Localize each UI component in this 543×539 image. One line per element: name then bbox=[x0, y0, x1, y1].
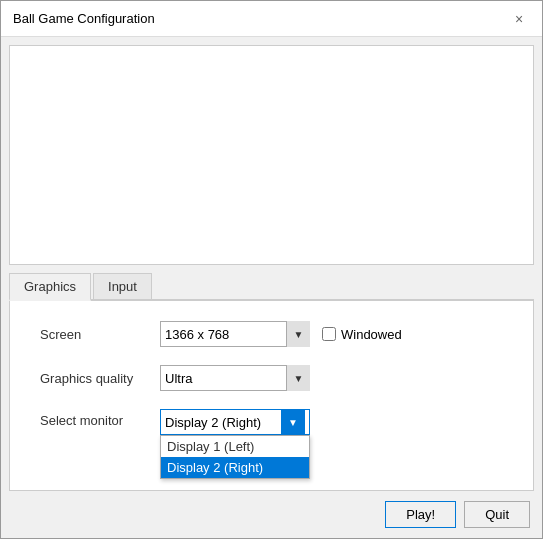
tab-graphics[interactable]: Graphics bbox=[9, 273, 91, 301]
tab-input[interactable]: Input bbox=[93, 273, 152, 299]
windowed-label: Windowed bbox=[341, 327, 402, 342]
windowed-checkbox-wrap[interactable]: Windowed bbox=[322, 327, 402, 342]
monitor-dropdown-wrapper: Display 2 (Right) ▼ Display 1 (Left) Dis… bbox=[160, 409, 310, 435]
screen-label: Screen bbox=[40, 327, 160, 342]
monitor-dropdown-list: Display 1 (Left) Display 2 (Right) bbox=[160, 435, 310, 479]
title-bar: Ball Game Configuration × bbox=[1, 1, 542, 37]
screen-controls: 800 x 600 1024 x 768 1280 x 720 1366 x 7… bbox=[160, 321, 402, 347]
monitor-option-display1[interactable]: Display 1 (Left) bbox=[161, 436, 309, 457]
tabs-container: Graphics Input bbox=[9, 273, 534, 301]
close-button[interactable]: × bbox=[508, 8, 530, 30]
buttons-row: Play! Quit bbox=[1, 491, 542, 538]
windowed-checkbox[interactable] bbox=[322, 327, 336, 341]
quality-label: Graphics quality bbox=[40, 371, 160, 386]
dialog-title: Ball Game Configuration bbox=[13, 11, 155, 26]
dialog: Ball Game Configuration × Graphics Input… bbox=[0, 0, 543, 539]
quit-button[interactable]: Quit bbox=[464, 501, 530, 528]
monitor-selected-text: Display 2 (Right) bbox=[165, 415, 281, 430]
monitor-label: Select monitor bbox=[40, 409, 160, 428]
screen-row: Screen 800 x 600 1024 x 768 1280 x 720 1… bbox=[40, 321, 503, 347]
monitor-option-display2[interactable]: Display 2 (Right) bbox=[161, 457, 309, 478]
monitor-row: Select monitor Display 2 (Right) ▼ Displ… bbox=[40, 409, 503, 435]
quality-row: Graphics quality Low Medium High Ultra ▼ bbox=[40, 365, 503, 391]
tab-content-graphics: Screen 800 x 600 1024 x 768 1280 x 720 1… bbox=[9, 301, 534, 491]
screen-select-wrapper: 800 x 600 1024 x 768 1280 x 720 1366 x 7… bbox=[160, 321, 310, 347]
monitor-dropdown-arrow: ▼ bbox=[281, 410, 305, 434]
monitor-dropdown-selected[interactable]: Display 2 (Right) ▼ bbox=[160, 409, 310, 435]
play-button[interactable]: Play! bbox=[385, 501, 456, 528]
preview-area bbox=[9, 45, 534, 265]
quality-select-wrapper: Low Medium High Ultra ▼ bbox=[160, 365, 310, 391]
quality-select[interactable]: Low Medium High Ultra bbox=[160, 365, 310, 391]
screen-select[interactable]: 800 x 600 1024 x 768 1280 x 720 1366 x 7… bbox=[160, 321, 310, 347]
